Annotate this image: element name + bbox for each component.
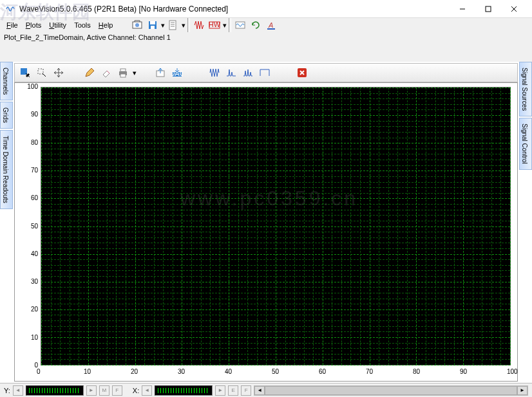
svg-point-5 <box>135 23 139 27</box>
svg-rect-15 <box>236 22 245 28</box>
x-tick-label: 20 <box>131 368 138 375</box>
svg-rect-22 <box>120 74 126 77</box>
export-button[interactable] <box>153 65 168 80</box>
view-pulse1-button[interactable] <box>223 65 239 80</box>
menu-bar: File Plots Utility Tools Help ▾ ▾ HW ▾ A <box>0 18 532 32</box>
svg-rect-21 <box>120 69 126 71</box>
refresh-button[interactable] <box>248 17 263 33</box>
y-tick-label: 40 <box>31 250 38 257</box>
x-tick-label: 0 <box>37 368 41 375</box>
y-tick-label: 60 <box>31 194 38 201</box>
y-scroll-left-button[interactable]: ◄ <box>13 385 23 396</box>
y-m-button[interactable]: M <box>99 385 109 396</box>
scroll-right-icon[interactable]: ► <box>517 386 527 395</box>
view-step-button[interactable] <box>257 65 272 80</box>
window-title: WaveVision5.0.6.465 (P2R1 Beta) [No Hard… <box>19 5 450 14</box>
plot-info-label: Plot_File_2_TimeDomain, Active Channel: … <box>4 33 171 41</box>
waveform-red-button[interactable] <box>191 17 207 33</box>
tab-signal-control[interactable]: Signal Control <box>519 118 532 170</box>
toolbar-separator <box>229 18 231 32</box>
y-scroll-right-button[interactable]: ► <box>86 385 97 396</box>
capture-button[interactable] <box>129 17 145 33</box>
horizontal-scrollbar[interactable]: ◄ ► <box>254 385 528 396</box>
close-button[interactable] <box>501 0 527 18</box>
x-tick-label: 70 <box>366 368 373 375</box>
tab-signal-sources[interactable]: Signal Sources <box>519 62 532 116</box>
y-tick-label: 90 <box>31 111 38 118</box>
dac-export-button[interactable]: DAC <box>169 65 185 80</box>
print-button[interactable] <box>115 65 131 80</box>
y-scale-indicator[interactable] <box>26 385 84 396</box>
delete-plot-button[interactable] <box>294 65 310 80</box>
x-axis-label: X: <box>133 387 139 394</box>
scroll-left-icon[interactable]: ◄ <box>254 386 265 395</box>
maximize-button[interactable] <box>475 0 501 18</box>
x-tick-label: 100 <box>507 368 518 375</box>
tab-grids[interactable]: Grids <box>0 102 13 129</box>
menu-file[interactable]: File <box>3 20 22 30</box>
menu-tools[interactable]: Tools <box>70 20 95 30</box>
view-pulse2-button[interactable] <box>240 65 256 80</box>
x-scale-indicator[interactable] <box>155 385 213 396</box>
x-tick-label: 90 <box>460 368 467 375</box>
y-axis-label: Y: <box>4 387 10 394</box>
svg-text:A: A <box>268 21 273 29</box>
text-format-button[interactable]: A <box>263 17 279 33</box>
x-tick-label: 10 <box>84 368 91 375</box>
y-tick-label: 50 <box>31 223 38 230</box>
y-tick-label: 10 <box>31 334 38 341</box>
menu-utility[interactable]: Utility <box>45 20 70 30</box>
right-tab-strip: Signal Sources Signal Control <box>519 62 532 383</box>
plot-area[interactable]: 0102030405060708090100010203040506070809… <box>14 82 518 382</box>
svg-rect-9 <box>169 21 176 30</box>
status-line: Plot_File_2_TimeDomain, Active Channel: … <box>0 32 532 44</box>
scroll-thumb[interactable] <box>265 386 517 395</box>
y-f-button[interactable]: F <box>112 385 122 396</box>
bottom-bar: Y: ◄ ► M F X: ◄ ► E F ◄ ► <box>0 383 532 397</box>
x-tick-label: 60 <box>319 368 326 375</box>
y-tick-label: 100 <box>27 83 38 90</box>
y-tick-label: 30 <box>31 278 38 285</box>
title-bar: WaveVision5.0.6.465 (P2R1 Beta) [No Hard… <box>0 0 532 18</box>
tab-channels[interactable]: Channels <box>0 62 13 100</box>
svg-rect-19 <box>38 69 43 74</box>
svg-rect-7 <box>150 21 155 24</box>
view-waveform-button[interactable] <box>207 65 222 80</box>
edit-button[interactable] <box>82 65 97 80</box>
x-e-button[interactable]: E <box>228 385 238 396</box>
x-f-button[interactable]: F <box>241 385 251 396</box>
menu-plots[interactable]: Plots <box>22 20 45 30</box>
erase-button[interactable] <box>99 65 114 80</box>
toolbar-separator <box>187 18 190 32</box>
print-dropdown-icon[interactable]: ▾ <box>132 69 137 77</box>
y-tick-label: 20 <box>31 306 38 313</box>
y-tick-label: 80 <box>31 139 38 146</box>
zoom-box-button[interactable] <box>34 65 50 80</box>
x-tick-label: 80 <box>413 368 420 375</box>
hw-button[interactable]: HW <box>207 17 222 33</box>
signal-button[interactable] <box>233 17 248 33</box>
x-tick-label: 30 <box>178 368 185 375</box>
x-tick-label: 40 <box>225 368 232 375</box>
x-scroll-left-button[interactable]: ◄ <box>142 385 152 396</box>
plot-toolbar: ▾ DAC <box>14 63 518 82</box>
hw-dropdown-icon[interactable]: ▾ <box>222 21 227 30</box>
svg-rect-8 <box>151 26 155 29</box>
notes-dropdown-icon[interactable]: ▾ <box>181 21 186 30</box>
y-tick-label: 70 <box>31 167 38 174</box>
x-scroll-right-button[interactable]: ► <box>215 385 225 396</box>
left-tab-strip: Channels Grids Time Domain Readouts <box>0 62 13 383</box>
save-button[interactable] <box>145 17 160 33</box>
pan-button[interactable] <box>51 65 66 80</box>
minimize-button[interactable] <box>450 0 475 18</box>
save-dropdown-icon[interactable]: ▾ <box>160 21 166 30</box>
x-tick-label: 50 <box>272 368 279 375</box>
cursor-button[interactable] <box>17 65 33 80</box>
tab-time-domain-readouts[interactable]: Time Domain Readouts <box>0 130 13 209</box>
notes-button[interactable] <box>166 17 181 33</box>
app-icon <box>5 4 15 14</box>
svg-rect-1 <box>486 6 491 12</box>
svg-text:HW: HW <box>209 21 220 28</box>
chart-canvas[interactable] <box>41 87 511 365</box>
menu-help[interactable]: Help <box>95 20 117 30</box>
